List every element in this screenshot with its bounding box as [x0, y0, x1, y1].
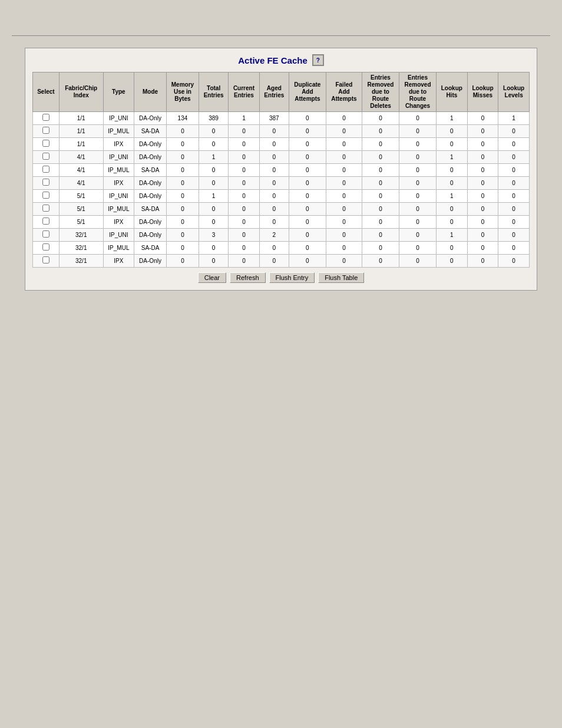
data-cell: 0 [467, 255, 498, 268]
table-row: 4/1IP_UNIDA-Only01000000100 [33, 151, 530, 164]
data-cell: 0 [498, 138, 530, 151]
table-row: 5/1IP_UNIDA-Only01000000100 [33, 190, 530, 203]
data-cell: 0 [166, 190, 199, 203]
select-cell[interactable] [33, 216, 59, 229]
data-cell: 0 [467, 138, 498, 151]
row-checkbox[interactable] [42, 218, 49, 225]
data-cell: 0 [467, 229, 498, 242]
select-cell[interactable] [33, 229, 59, 242]
data-cell: 1/1 [59, 112, 103, 125]
row-checkbox[interactable] [42, 243, 49, 251]
data-cell: IPX [103, 138, 134, 151]
flush-table-button[interactable]: Flush Table [318, 272, 364, 283]
refresh-button[interactable]: Refresh [230, 272, 266, 283]
page-wrapper: Active FE Cache ? Select Fabric/ChipInde… [0, 0, 562, 728]
data-cell: IP_MUL [103, 203, 134, 216]
data-cell: DA-Only [134, 229, 167, 242]
data-cell: 0 [289, 164, 326, 177]
data-cell: 0 [399, 242, 436, 255]
col-header-current: CurrentEntries [229, 73, 260, 112]
data-cell: 1 [199, 190, 229, 203]
data-cell: 4/1 [59, 151, 103, 164]
data-cell: 0 [326, 216, 362, 229]
data-cell: 0 [166, 164, 199, 177]
table-row: 1/1IP_UNIDA-Only13438913870000101 [33, 112, 530, 125]
col-header-lookup-misses: LookupMisses [467, 73, 498, 112]
table-body: 1/1IP_UNIDA-Only134389138700001011/1IP_M… [33, 112, 530, 268]
row-checkbox[interactable] [42, 192, 49, 199]
data-cell: 0 [229, 229, 260, 242]
select-cell[interactable] [33, 255, 59, 268]
data-cell: 0 [362, 229, 399, 242]
data-cell: 0 [199, 177, 229, 190]
data-cell: 0 [362, 112, 399, 125]
row-checkbox[interactable] [42, 140, 49, 147]
select-cell[interactable] [33, 177, 59, 190]
data-cell: 0 [437, 255, 468, 268]
data-cell: 387 [259, 112, 289, 125]
data-cell: IP_MUL [103, 164, 134, 177]
select-cell[interactable] [33, 203, 59, 216]
data-cell: 0 [199, 164, 229, 177]
data-cell: 0 [229, 216, 260, 229]
row-checkbox[interactable] [42, 205, 49, 212]
data-cell: 0 [498, 190, 530, 203]
select-cell[interactable] [33, 190, 59, 203]
data-cell: 1 [437, 112, 468, 125]
row-checkbox[interactable] [42, 114, 49, 121]
data-cell: 0 [229, 151, 260, 164]
row-checkbox[interactable] [42, 179, 49, 186]
data-cell: 389 [199, 112, 229, 125]
table-row: 32/1IPXDA-Only00000000000 [33, 255, 530, 268]
data-cell: 0 [166, 229, 199, 242]
row-checkbox[interactable] [42, 256, 49, 263]
data-cell: 0 [362, 177, 399, 190]
data-cell: 0 [437, 242, 468, 255]
select-cell[interactable] [33, 112, 59, 125]
data-cell: IP_MUL [103, 242, 134, 255]
data-table: Select Fabric/ChipIndex Type Mode Memory… [32, 72, 530, 268]
data-cell: 2 [259, 229, 289, 242]
flush-entry-button[interactable]: Flush Entry [269, 272, 315, 283]
data-cell: 0 [399, 255, 436, 268]
data-cell: 0 [326, 151, 362, 164]
data-cell: 1/1 [59, 138, 103, 151]
data-cell: 4/1 [59, 164, 103, 177]
data-cell: IPX [103, 255, 134, 268]
col-header-lookup-hits: LookupHits [437, 73, 468, 112]
data-cell: 1/1 [59, 125, 103, 138]
clear-button[interactable]: Clear [198, 272, 226, 283]
table-row: 5/1IP_MULSA-DA00000000000 [33, 203, 530, 216]
data-cell: 0 [259, 203, 289, 216]
table-header-row: Select Fabric/ChipIndex Type Mode Memory… [33, 73, 530, 112]
help-icon[interactable]: ? [312, 54, 324, 66]
row-checkbox[interactable] [42, 127, 49, 134]
select-cell[interactable] [33, 125, 59, 138]
data-cell: 0 [229, 177, 260, 190]
row-checkbox[interactable] [42, 166, 49, 173]
data-cell: 0 [437, 164, 468, 177]
panel-title-row: Active FE Cache ? [32, 54, 530, 66]
data-cell: 0 [289, 112, 326, 125]
data-cell: DA-Only [134, 112, 167, 125]
data-cell: 0 [259, 242, 289, 255]
data-cell: SA-DA [134, 164, 167, 177]
select-cell[interactable] [33, 164, 59, 177]
col-header-memory: MemoryUse inBytes [166, 73, 199, 112]
col-header-aged: AgedEntries [259, 73, 289, 112]
select-cell[interactable] [33, 138, 59, 151]
data-cell: 1 [229, 112, 260, 125]
data-cell: IPX [103, 216, 134, 229]
select-cell[interactable] [33, 242, 59, 255]
col-header-fabric-chip: Fabric/ChipIndex [59, 73, 103, 112]
data-cell: 1 [199, 151, 229, 164]
main-panel: Active FE Cache ? Select Fabric/ChipInde… [25, 48, 537, 291]
data-cell: 0 [229, 255, 260, 268]
data-cell: 0 [289, 138, 326, 151]
data-cell: 1 [437, 151, 468, 164]
select-cell[interactable] [33, 151, 59, 164]
row-checkbox[interactable] [42, 153, 49, 160]
data-cell: 0 [166, 138, 199, 151]
data-cell: 0 [467, 190, 498, 203]
row-checkbox[interactable] [42, 230, 49, 238]
